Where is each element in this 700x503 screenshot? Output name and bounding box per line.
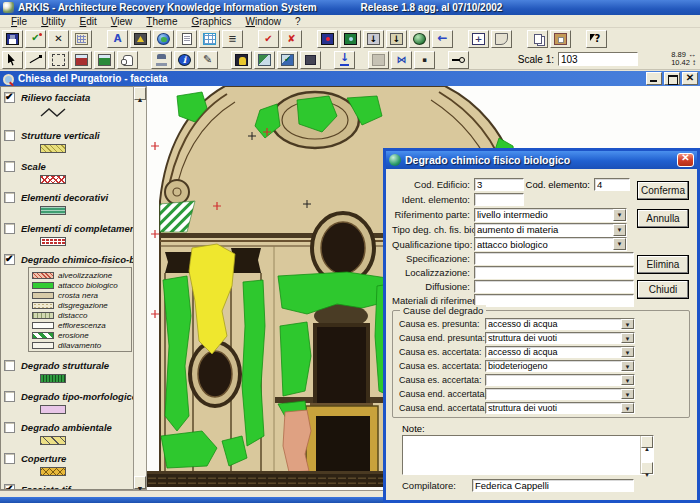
cause-combobox[interactable]: struttura dei vuoti <box>485 402 635 414</box>
layer-label[interactable]: Elementi decorativi <box>21 192 108 203</box>
image-green-button[interactable] <box>340 30 361 48</box>
world-button[interactable] <box>409 30 430 48</box>
layer-checkbox[interactable] <box>4 422 15 433</box>
cross-red-button[interactable] <box>281 30 302 48</box>
chevron-down-icon[interactable] <box>621 403 634 413</box>
scroll-up-icon[interactable] <box>641 436 653 448</box>
chevron-down-icon[interactable] <box>621 347 634 357</box>
marquee-button[interactable] <box>48 51 69 69</box>
paste-button[interactable] <box>71 30 92 48</box>
pencil-button[interactable] <box>197 51 218 69</box>
annulla-button[interactable]: Annulla <box>637 209 689 228</box>
layer-label[interactable]: Coperture <box>21 453 66 464</box>
newdoc-button[interactable] <box>176 30 197 48</box>
menu-graphics[interactable]: Graphics <box>184 16 238 27</box>
view1-button[interactable] <box>254 51 275 69</box>
conferma-button[interactable]: Conferma <box>637 181 689 200</box>
cause-combobox[interactable]: biodeteriogeno <box>485 360 635 372</box>
table-button[interactable] <box>199 30 220 48</box>
chevron-down-icon[interactable] <box>621 319 634 329</box>
point-button[interactable] <box>414 51 435 69</box>
restore-button[interactable] <box>664 72 680 85</box>
key-button[interactable] <box>448 51 469 69</box>
document-titlebar[interactable]: Chiesa del Purgatorio - facciata <box>0 70 700 86</box>
cause-combobox[interactable] <box>485 374 635 386</box>
scroll-down-icon[interactable] <box>641 462 653 474</box>
layer-checkbox[interactable] <box>4 161 15 172</box>
cod-edificio-input[interactable] <box>474 178 524 191</box>
menu-theme[interactable]: Theme <box>139 16 184 27</box>
layer-label[interactable]: Degrado ambientale <box>21 422 112 433</box>
menu-edit[interactable]: Edit <box>73 16 104 27</box>
stamp-button[interactable] <box>151 51 172 69</box>
back-arrow-button[interactable] <box>432 30 453 48</box>
specificazione-input[interactable] <box>474 252 634 265</box>
measure-button[interactable] <box>391 51 412 69</box>
text-button[interactable] <box>107 30 128 48</box>
ident-elemento-input[interactable] <box>474 193 524 206</box>
layer-checkbox[interactable] <box>4 453 15 464</box>
cause-combobox[interactable]: accesso di acqua <box>485 346 635 358</box>
menu-file[interactable]: File <box>4 16 34 27</box>
copy-button[interactable] <box>527 30 548 48</box>
paste2-button[interactable] <box>550 30 571 48</box>
pan-button[interactable] <box>117 51 138 69</box>
save-button[interactable] <box>2 30 23 48</box>
cod-elemento-input[interactable] <box>594 178 630 191</box>
tipo-deg-combobox[interactable]: aumento di materia <box>474 223 627 237</box>
zoomwin-button[interactable] <box>468 30 489 48</box>
chevron-down-icon[interactable] <box>613 238 626 250</box>
scroll-down-icon[interactable] <box>134 476 146 489</box>
dropblue-button[interactable] <box>334 51 355 69</box>
close-dialog-button[interactable] <box>677 153 694 167</box>
rounded-button[interactable] <box>491 30 512 48</box>
compilatore-input[interactable] <box>472 479 634 492</box>
riferimento-parte-combobox[interactable]: livello intermedio <box>474 208 627 222</box>
layer-checkbox[interactable] <box>4 360 15 371</box>
helparrow-button[interactable] <box>586 30 607 48</box>
menu-window[interactable]: Window <box>239 16 289 27</box>
imgred-button[interactable] <box>71 51 92 69</box>
layer-label[interactable]: Degrado strutturale <box>21 360 109 371</box>
layer-checkbox[interactable] <box>4 223 15 234</box>
layer-checkbox[interactable] <box>4 92 15 103</box>
list-button[interactable] <box>222 30 243 48</box>
cursor-button[interactable] <box>2 51 23 69</box>
layer-checkbox[interactable] <box>4 254 15 265</box>
chevron-down-icon[interactable] <box>613 224 626 236</box>
layer-checkbox[interactable] <box>4 391 15 402</box>
layer-checkbox[interactable] <box>4 192 15 203</box>
menu-view[interactable]: View <box>104 16 140 27</box>
node-button[interactable] <box>25 51 46 69</box>
web-button[interactable] <box>153 30 174 48</box>
chiudi-button[interactable]: Chiudi <box>637 280 689 299</box>
cause-combobox[interactable]: struttura dei vuoti <box>485 332 635 344</box>
export2-button[interactable] <box>386 30 407 48</box>
view3-button[interactable] <box>300 51 321 69</box>
materiali-input[interactable] <box>474 294 634 307</box>
db-button[interactable] <box>231 51 252 69</box>
export1-button[interactable] <box>363 30 384 48</box>
cause-combobox[interactable]: accesso di acqua <box>485 318 635 330</box>
chevron-down-icon[interactable] <box>621 389 634 399</box>
elimina-button[interactable]: Elimina <box>637 255 689 274</box>
menu-utility[interactable]: Utility <box>34 16 72 27</box>
layer-panel-scrollbar[interactable] <box>133 86 147 490</box>
layer-label[interactable]: Scale <box>21 161 46 172</box>
info-button[interactable] <box>174 51 195 69</box>
scale-input[interactable] <box>558 52 638 66</box>
diffusione-input[interactable] <box>474 280 634 293</box>
cause-combobox[interactable] <box>485 388 635 400</box>
image-blue-button[interactable] <box>317 30 338 48</box>
grayimg-button[interactable] <box>368 51 389 69</box>
note-textarea[interactable] <box>402 435 654 475</box>
dialog-titlebar[interactable]: Degrado chimico fisico biologico <box>386 151 697 169</box>
imggreen-button[interactable] <box>94 51 115 69</box>
minimize-button[interactable] <box>646 72 662 85</box>
view2-button[interactable] <box>277 51 298 69</box>
localizzazione-input[interactable] <box>474 266 634 279</box>
layer-label[interactable]: Elementi di completamento <box>21 223 133 234</box>
menu-help[interactable]: ? <box>288 16 308 27</box>
note-scrollbar[interactable] <box>640 436 653 474</box>
chevron-down-icon[interactable] <box>613 209 626 221</box>
